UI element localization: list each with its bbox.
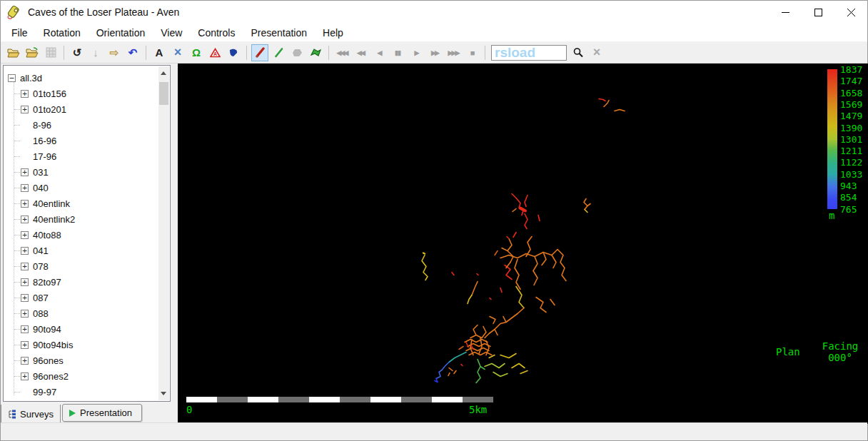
fast-forward-button[interactable]: ▶▶ [426, 44, 443, 61]
sidebar-tab-bar: Surveys Presentation [1, 403, 178, 424]
menu-file[interactable]: File [4, 24, 36, 41]
tree-item-16-96[interactable]: 16-96 [4, 133, 170, 148]
menu-bar: FileRotationOrientationViewControlsPrese… [1, 24, 867, 42]
expand-icon[interactable]: + [21, 90, 29, 98]
step-back-button[interactable]: ◀ [370, 44, 388, 61]
forward-to-end-button[interactable]: ▶▶▶ [445, 44, 462, 61]
tree-scrollbar[interactable] [158, 66, 169, 400]
survey-leg [485, 364, 505, 368]
expand-icon[interactable]: + [21, 357, 29, 365]
tree-item-96ones[interactable]: +96ones [4, 353, 170, 368]
pause-button[interactable]: ▮▮ [389, 44, 406, 61]
survey-leg [584, 199, 587, 210]
expand-icon[interactable]: + [21, 216, 29, 223]
expand-icon[interactable]: + [21, 325, 29, 333]
survey-leg [525, 214, 528, 229]
tubes-button[interactable] [288, 44, 306, 61]
tree-item-8-96[interactable]: 8-96 [4, 117, 170, 133]
tree-item-01to201[interactable]: +01to201 [4, 101, 170, 117]
menu-rotation[interactable]: Rotation [36, 24, 89, 41]
menu-presentation[interactable]: Presentation [243, 24, 315, 41]
scale-bar-segment [463, 397, 493, 402]
surveys-tree-icon [7, 410, 16, 419]
scroll-down-icon[interactable] [161, 392, 166, 395]
survey-canvas[interactable]: 1837174716581569147913901301121111221033… [178, 64, 868, 424]
minimize-button[interactable] [769, 1, 802, 24]
tree-item-label: 40to88 [33, 230, 61, 240]
reverse-direction-button[interactable]: ↶ [124, 44, 141, 61]
tree-item-01to156[interactable]: +01to156 [4, 86, 170, 101]
expand-icon[interactable]: + [21, 247, 29, 255]
expand-icon[interactable]: + [21, 294, 29, 302]
menu-controls[interactable]: Controls [190, 24, 243, 41]
print-button[interactable] [42, 44, 59, 61]
open-file-button[interactable] [5, 44, 22, 61]
open-terrain-folder-icon [26, 47, 39, 58]
hide-found-stations-button[interactable]: × [588, 44, 605, 61]
tree-item-90to94bis[interactable]: +90to94bis [4, 337, 170, 353]
tree-item-99-97[interactable]: 99-97 [4, 384, 170, 400]
tree-item-40entlink2[interactable]: +40entlink2 [4, 211, 170, 227]
crosses-button[interactable]: × [169, 44, 186, 61]
expand-icon[interactable]: + [21, 184, 29, 192]
search-button[interactable] [570, 44, 587, 61]
close-button[interactable] [834, 1, 867, 24]
expand-icon[interactable]: + [21, 168, 29, 176]
maximize-button[interactable] [802, 1, 834, 24]
station-names-button[interactable]: A [151, 44, 168, 61]
tree-item-90to94[interactable]: +90to94 [4, 321, 170, 337]
entrances-button[interactable]: Ω [188, 44, 205, 61]
play-button[interactable]: ▶ [408, 44, 425, 61]
menu-help[interactable]: Help [315, 24, 351, 41]
tree-item-087[interactable]: +087 [4, 290, 170, 305]
step-down-button[interactable]: ↓ [87, 44, 104, 61]
tree-item-40to88[interactable]: +40to88 [4, 227, 170, 243]
exported-points-button[interactable] [225, 44, 242, 61]
tab-presentation[interactable]: Presentation [62, 404, 142, 422]
toolbar-separator [64, 46, 64, 60]
scale-start-label: 0 [186, 404, 192, 415]
tree-item-041[interactable]: +041 [4, 243, 170, 258]
depth-colorbar [827, 69, 837, 209]
step-right-button[interactable]: ⇨ [106, 44, 123, 61]
surface-legs-button[interactable] [270, 44, 287, 61]
collapse-icon[interactable]: − [8, 74, 16, 82]
tab-surveys[interactable]: Surveys [1, 405, 61, 424]
terrain-button[interactable] [307, 44, 324, 61]
tree-item-078[interactable]: +078 [4, 258, 170, 274]
tree-item-40entlink[interactable]: +40entlink [4, 196, 170, 211]
tree-item-088[interactable]: +088 [4, 305, 170, 321]
rewind-to-start-button[interactable]: ◀◀◀ [333, 44, 350, 61]
rewind-button[interactable]: ◀◀ [352, 44, 369, 61]
tree-item-label: 087 [33, 293, 49, 303]
expand-icon[interactable]: + [21, 231, 29, 239]
scale-bar-segment [278, 397, 309, 402]
stop-button[interactable]: ■ [463, 44, 480, 61]
search-input[interactable] [491, 45, 567, 61]
expand-icon[interactable]: + [21, 263, 29, 270]
tree-item-82to97[interactable]: +82to97 [4, 274, 170, 290]
tree-item-all.3d[interactable]: −all.3d [4, 70, 170, 86]
expand-icon[interactable]: + [21, 310, 29, 318]
scroll-up-icon[interactable] [161, 71, 166, 75]
expand-icon[interactable]: + [21, 278, 29, 286]
tree-item-96ones2[interactable]: +96ones2 [4, 368, 170, 384]
toggle-rotation-button[interactable]: ↺ [69, 44, 86, 61]
tree-item-031[interactable]: +031 [4, 164, 170, 180]
tree-item-17-96[interactable]: 17-96 [4, 148, 170, 164]
expand-icon[interactable]: + [21, 106, 29, 113]
tree-item-040[interactable]: +040 [4, 180, 170, 196]
expand-icon[interactable]: + [21, 341, 29, 349]
survey-leg [507, 237, 508, 238]
tubes-icon [292, 48, 303, 57]
open-terrain-button[interactable] [24, 44, 41, 61]
underground-legs-button[interactable] [251, 44, 268, 61]
menu-view[interactable]: View [153, 24, 190, 41]
survey-leg [476, 360, 480, 383]
fixed-points-button[interactable]: A [206, 44, 223, 61]
menu-orientation[interactable]: Orientation [89, 24, 153, 41]
expand-icon[interactable]: + [21, 372, 29, 380]
scroll-thumb[interactable] [159, 82, 168, 105]
depth-unit-label: m [829, 210, 834, 221]
expand-icon[interactable]: + [21, 200, 29, 208]
